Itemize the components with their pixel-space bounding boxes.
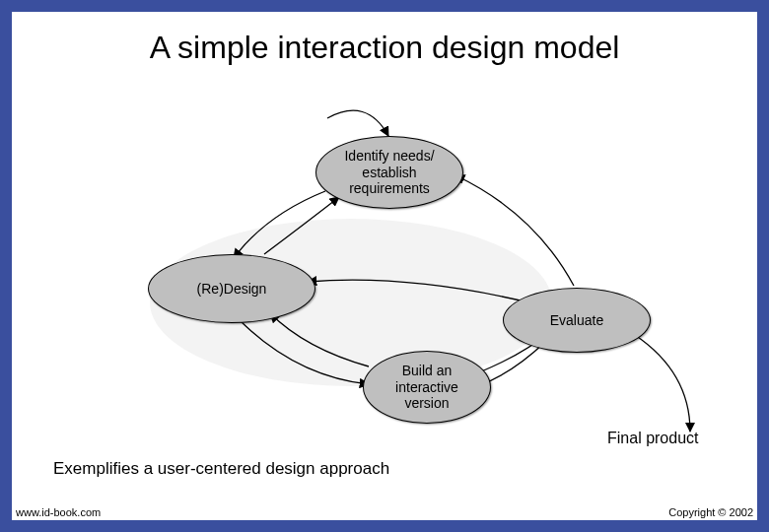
node-evaluate: Evaluate: [503, 288, 651, 353]
node-identify-label: Identify needs/ establish requirements: [344, 148, 434, 197]
node-redesign-label: (Re)Design: [197, 281, 267, 298]
t: interactive: [395, 379, 458, 395]
slide-frame: A simple interaction design model I: [0, 0, 769, 532]
node-build: Build an interactive version: [363, 351, 491, 424]
t: Build an: [402, 363, 453, 378]
footer-copyright: Copyright © 2002: [668, 506, 753, 518]
final-product-label: Final product: [607, 430, 699, 447]
slide-title: A simple interaction design model: [12, 30, 757, 66]
t: version: [404, 395, 449, 411]
t: Identify needs/: [344, 148, 434, 164]
t: requirements: [349, 180, 430, 196]
node-identify-needs: Identify needs/ establish requirements: [315, 136, 463, 209]
node-redesign: (Re)Design: [148, 254, 315, 323]
node-build-label: Build an interactive version: [395, 363, 458, 412]
t: establish: [362, 165, 416, 180]
footer-url: www.id-book.com: [16, 506, 101, 518]
node-evaluate-label: Evaluate: [550, 312, 603, 329]
caption-text: Exemplifies a user-centered design appro…: [53, 459, 389, 479]
